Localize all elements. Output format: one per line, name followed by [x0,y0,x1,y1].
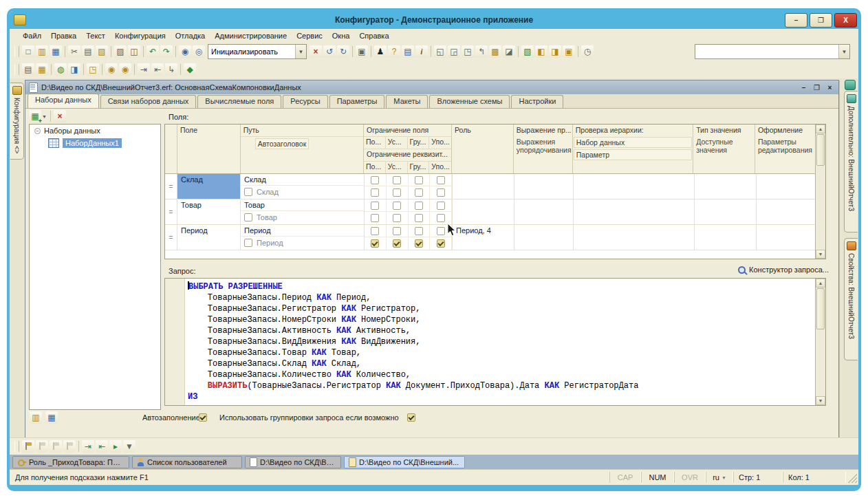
search-combo-dropdown-icon[interactable]: ▼ [838,45,849,58]
dock-icon[interactable] [845,80,856,90]
restriction-checkbox[interactable] [415,202,423,210]
dataset-tree[interactable]: − Наборы данных НаборДанных1 [29,124,161,410]
combo-dropdown-icon[interactable]: ▼ [295,45,306,58]
scroll-thumb[interactable] [816,288,825,329]
copy-fragment-icon[interactable]: ▣ [356,45,368,58]
bookmark-clear-button[interactable] [63,440,76,453]
cell-valuetype[interactable] [695,199,757,224]
restriction-checkbox[interactable] [393,188,401,197]
indent-plus-icon[interactable]: ⇥ [82,440,94,453]
cell-field[interactable]: Период [177,225,241,250]
nav-back-icon[interactable]: ◉ [105,63,118,76]
cell-appearance[interactable] [757,199,815,224]
menu-item-0[interactable]: Файл [18,30,46,41]
taskbar-button-0[interactable]: Роль _ПриходТовара: Права [12,456,129,468]
grouping-checkbox[interactable] [407,413,415,422]
bookmark-toggle-button[interactable] [22,440,34,453]
module-exit-icon[interactable]: ↳ [165,63,177,76]
scroll-track[interactable] [816,166,825,250]
cell-hierarchy[interactable] [574,225,695,250]
scroll-up-button[interactable]: ▲ [816,279,825,288]
undo-icon[interactable]: ↶ [147,45,159,58]
restriction-checkbox[interactable] [393,176,401,184]
add-dataset-button[interactable]: ▦ [29,110,41,122]
cell-field[interactable]: Товар [177,199,241,224]
nav-forward-icon[interactable]: ◉ [119,63,131,76]
outdent-icon[interactable]: ⇤ [151,63,164,76]
table-vscroll[interactable]: ▲ ▼ [815,124,825,259]
timer-icon[interactable]: ◷ [581,45,594,58]
restriction-checkbox[interactable] [437,176,445,184]
table-row[interactable]: =ТоварТоварТовар [165,199,815,225]
restriction-checkbox[interactable] [415,214,423,222]
table-row[interactable]: =СкладСкладСклад [165,174,815,199]
scroll-down-button[interactable]: ▼ [816,396,825,405]
doc-tab-0[interactable]: Наборы данных [28,94,99,108]
paste-icon[interactable]: ▧ [96,45,108,58]
cell-expression[interactable] [514,225,574,250]
cell-valuetype[interactable] [695,174,757,199]
maximize-button[interactable]: ❐ [810,13,832,28]
menu-item-3[interactable]: Конфигурация [110,30,171,41]
menu-item-1[interactable]: Правка [46,30,81,41]
table-row[interactable]: =ПериодПериодПериодПериод, 4 [165,225,815,250]
menu-item-4[interactable]: Отладка [171,30,210,41]
cell-appearance[interactable] [757,225,815,250]
up-proc-icon[interactable]: ◳ [462,45,474,58]
syntax-check-icon[interactable]: ↺ [323,45,336,58]
taskbar-button-1[interactable]: Список пользователей [132,456,242,468]
refresh-icon[interactable]: ↻ [337,45,349,58]
language-select[interactable]: ru▼ [706,472,733,483]
split-h-icon[interactable]: ◧ [535,45,547,58]
row-drag-handle[interactable]: = [165,199,177,224]
autotitle-checkbox[interactable] [244,188,252,196]
restriction-checkbox[interactable] [437,214,445,222]
doc-tab-6[interactable]: Вложенные схемы [429,95,510,108]
menu-item-7[interactable]: Окна [327,30,355,41]
cell-path[interactable]: СкладСклад [241,174,365,199]
bookmark-next-button[interactable] [50,440,62,453]
col-hierarchy-header[interactable]: Проверка иерархии: Набор данных Параметр [573,124,693,173]
restriction-checkbox[interactable] [371,188,379,197]
doc-tab-3[interactable]: Ресурсы [283,95,327,108]
help-icon[interactable]: ? [388,45,400,58]
split-v-icon[interactable]: ◨ [549,45,561,58]
prev-proc-icon[interactable]: ◱ [434,45,446,58]
properties-panel-tab[interactable]: Свойства: ВнешнийОтчет3 [844,238,858,360]
toolbar-grip[interactable] [14,46,19,57]
taskbar-button-2[interactable]: D:\Видео по СКД\Внешний... [245,456,341,468]
find-icon[interactable]: ◉ [179,45,191,58]
row-drag-handle[interactable]: = [165,174,177,199]
module-icon[interactable]: ▩ [489,45,501,58]
row-drag-handle[interactable]: = [165,225,177,250]
cell-hierarchy[interactable] [574,174,695,199]
delete-dataset-button[interactable]: × [54,110,66,122]
cell-path[interactable]: ТоварТовар [241,199,365,224]
restriction-checkbox[interactable] [415,239,423,248]
scroll-track[interactable] [816,330,825,396]
database-icon[interactable]: ◍ [54,63,67,76]
doc-close-button[interactable]: × [825,83,835,92]
combo-clear-icon[interactable]: × [310,45,322,58]
cell-appearance[interactable] [757,174,815,199]
copy-icon[interactable]: ▤ [82,45,94,58]
tree-root[interactable]: − Наборы данных [30,124,160,137]
restriction-checkbox[interactable] [393,239,401,248]
init-combo[interactable]: ▼ [208,44,307,59]
restriction-checkbox[interactable] [371,202,379,210]
toolbar-grip[interactable] [14,441,19,452]
autotitle-checkbox[interactable] [244,213,252,221]
restriction-checkbox[interactable] [371,214,379,222]
restriction-checkbox[interactable] [437,188,445,197]
autotitle-checkbox[interactable] [244,239,252,247]
debug-icon[interactable]: ♟ [374,45,387,58]
zoom-icon[interactable]: ◎ [193,45,205,58]
book-icon[interactable]: ▤ [402,45,414,58]
open-icon[interactable]: ▥ [36,45,48,58]
interface-icon[interactable]: ◆ [184,63,196,76]
col-restrictions-header[interactable]: Ограничение поля По...Ус...Гру...Упо... … [364,124,452,173]
save-icon[interactable]: ▦ [50,45,62,58]
query-code[interactable]: ВЫБРАТЬ РАЗРЕШЕННЫЕ ТоварныеЗапасы.Перио… [185,279,815,405]
doc-restore-button[interactable]: ❐ [812,83,822,92]
close-module-icon[interactable]: ◪ [503,45,515,58]
